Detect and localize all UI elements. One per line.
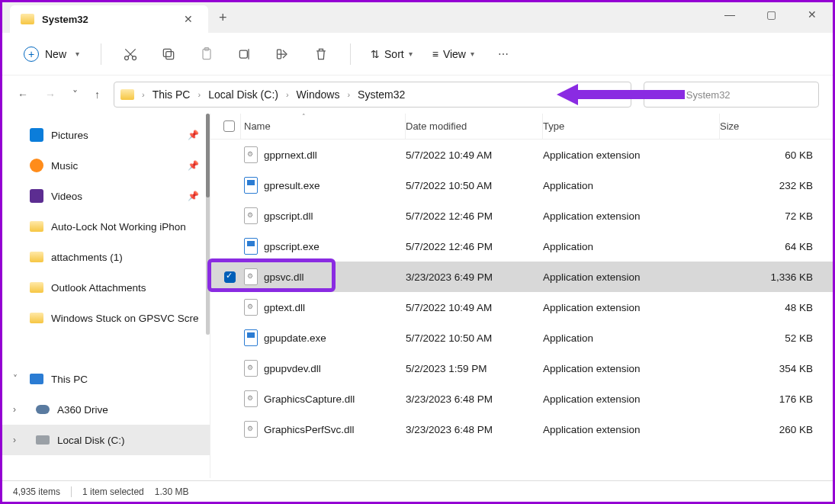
sidebar-item[interactable]: Windows Stuck on GPSVC Scre bbox=[2, 303, 210, 333]
file-row[interactable]: gpupvdev.dll 5/2/2023 1:59 PM Applicatio… bbox=[210, 353, 833, 384]
file-type: Application extension bbox=[543, 210, 720, 222]
column-size[interactable]: Size bbox=[720, 114, 833, 139]
expander-icon[interactable]: ˅ bbox=[13, 374, 18, 384]
file-row[interactable]: gpprnext.dll 5/7/2022 10:49 AM Applicati… bbox=[210, 140, 833, 170]
sort-label: Sort bbox=[384, 48, 404, 60]
file-name: gpsvc.dll bbox=[264, 271, 304, 283]
crumb-windows[interactable]: Windows bbox=[294, 88, 343, 101]
exe-file-icon bbox=[244, 238, 258, 255]
file-row[interactable]: GraphicsCapture.dll 3/23/2023 6:48 PM Ap… bbox=[210, 384, 833, 414]
file-size: 232 KB bbox=[720, 180, 833, 191]
file-row[interactable]: gpsvc.dll 3/23/2023 6:49 PM Application … bbox=[210, 262, 833, 292]
rename-icon[interactable] bbox=[230, 40, 260, 68]
sidebar-item-label: Auto-Lock Not Working iPhon bbox=[51, 221, 186, 233]
paste-icon[interactable] bbox=[191, 40, 222, 68]
file-size: 260 KB bbox=[720, 424, 833, 435]
sidebar-item[interactable]: Outlook Attachments bbox=[2, 272, 210, 303]
sidebar-item-label: Pictures bbox=[51, 130, 88, 141]
file-size: 354 KB bbox=[720, 363, 833, 374]
sidebar-item[interactable]: ›Local Disk (C:) bbox=[2, 425, 210, 455]
file-row[interactable]: gpresult.exe 5/7/2022 10:50 AM Applicati… bbox=[210, 170, 833, 201]
file-name: gpprnext.dll bbox=[264, 149, 317, 161]
file-type: Application extension bbox=[543, 149, 720, 161]
more-icon[interactable]: ⋯ bbox=[488, 40, 519, 68]
file-type: Application extension bbox=[543, 424, 720, 435]
column-type[interactable]: Type bbox=[543, 114, 720, 139]
recent-button[interactable]: ˅ bbox=[71, 87, 79, 102]
file-type: Application extension bbox=[543, 393, 720, 405]
folder-icon bbox=[30, 221, 43, 232]
dll-file-icon bbox=[244, 299, 258, 316]
dll-file-icon bbox=[244, 390, 258, 407]
sidebar-item-label: Outlook Attachments bbox=[51, 282, 146, 294]
divider bbox=[101, 43, 101, 65]
file-row[interactable]: gptext.dll 5/7/2022 10:49 AM Application… bbox=[210, 292, 833, 323]
file-name: gpupdate.exe bbox=[264, 332, 326, 344]
expander-icon[interactable]: › bbox=[13, 435, 16, 445]
view-button[interactable]: ≡ View ▾ bbox=[426, 48, 480, 60]
sidebar-item[interactable]: ›A360 Drive bbox=[2, 394, 210, 425]
row-checkbox[interactable] bbox=[224, 271, 236, 283]
new-tab-button[interactable]: + bbox=[208, 10, 238, 26]
file-date: 5/7/2022 12:46 PM bbox=[406, 241, 543, 252]
file-date: 5/7/2022 10:50 AM bbox=[406, 180, 543, 191]
tab-system32[interactable]: System32 ✕ bbox=[10, 5, 208, 33]
file-name: gpscript.exe bbox=[264, 241, 320, 252]
sidebar-item-label: Music bbox=[51, 160, 78, 172]
sidebar-item[interactable]: ˅This PC bbox=[2, 364, 210, 394]
file-name: GraphicsCapture.dll bbox=[264, 393, 355, 405]
a360-icon bbox=[36, 405, 50, 414]
sidebar-item-label: Local Disk (C:) bbox=[57, 435, 125, 446]
forward-button[interactable]: → bbox=[43, 87, 57, 102]
column-name[interactable]: Name˄ bbox=[241, 114, 406, 139]
maximize-button[interactable]: ▢ bbox=[760, 8, 782, 21]
dll-file-icon bbox=[244, 268, 258, 285]
sort-button[interactable]: ⇅ Sort ▾ bbox=[365, 48, 419, 60]
expander-icon[interactable]: › bbox=[13, 404, 16, 415]
file-row[interactable]: GraphicsPerfSvc.dll 3/23/2023 6:48 PM Ap… bbox=[210, 414, 833, 445]
file-name: gpscript.dll bbox=[264, 210, 313, 222]
sidebar-item[interactable]: Videos📌 bbox=[2, 181, 210, 211]
back-button[interactable]: ← bbox=[16, 87, 30, 102]
file-header: Name˄ Date modified Type Size bbox=[210, 114, 833, 140]
sidebar-item-label: A360 Drive bbox=[57, 404, 108, 416]
file-name: gpupvdev.dll bbox=[264, 363, 321, 374]
dll-file-icon bbox=[244, 360, 258, 377]
file-pane: Name˄ Date modified Type Size gpprnext.d… bbox=[210, 114, 833, 478]
sidebar-scrollbar-thumb[interactable] bbox=[206, 114, 210, 197]
close-button[interactable]: ✕ bbox=[801, 8, 824, 21]
column-date[interactable]: Date modified bbox=[406, 114, 543, 139]
copy-icon[interactable] bbox=[153, 40, 184, 68]
sidebar-item[interactable]: attachments (1) bbox=[2, 242, 210, 272]
select-all-checkbox[interactable] bbox=[223, 120, 235, 132]
status-size: 1.30 MB bbox=[155, 486, 189, 497]
crumb-thispc[interactable]: This PC bbox=[149, 88, 194, 101]
cut-icon[interactable] bbox=[115, 40, 146, 68]
sidebar-item[interactable]: Auto-Lock Not Working iPhon bbox=[2, 211, 210, 242]
file-row[interactable]: gpscript.dll 5/7/2022 12:46 PM Applicati… bbox=[210, 201, 833, 231]
nav-row: ← → ˅ ↑ › This PC › Local Disk (C:) › Wi… bbox=[2, 75, 833, 114]
delete-icon[interactable] bbox=[306, 40, 336, 68]
svg-rect-2 bbox=[166, 51, 174, 59]
file-row[interactable]: gpupdate.exe 5/7/2022 10:50 AM Applicati… bbox=[210, 323, 833, 353]
main: Pictures📌Music📌Videos📌Auto-Lock Not Work… bbox=[2, 114, 833, 478]
chevron-down-icon: ▾ bbox=[75, 50, 79, 58]
sidebar-item[interactable]: Music📌 bbox=[2, 150, 210, 181]
folder-icon bbox=[120, 89, 134, 100]
sidebar-item[interactable]: Pictures📌 bbox=[2, 120, 210, 150]
up-button[interactable]: ↑ bbox=[93, 87, 101, 102]
file-type: Application extension bbox=[543, 271, 720, 283]
file-size: 176 KB bbox=[720, 393, 833, 405]
sidebar: Pictures📌Music📌Videos📌Auto-Lock Not Work… bbox=[2, 114, 210, 478]
breadcrumb[interactable]: › This PC › Local Disk (C:) › Windows › … bbox=[114, 82, 631, 108]
dll-file-icon bbox=[244, 207, 258, 224]
new-button[interactable]: + New ▾ bbox=[16, 42, 87, 66]
crumb-c[interactable]: Local Disk (C:) bbox=[205, 88, 281, 101]
svg-rect-3 bbox=[163, 49, 171, 56]
minimize-button[interactable]: — bbox=[718, 8, 741, 21]
file-row[interactable]: gpscript.exe 5/7/2022 12:46 PM Applicati… bbox=[210, 231, 833, 262]
share-icon[interactable] bbox=[268, 40, 298, 68]
close-tab-icon[interactable]: ✕ bbox=[179, 13, 198, 25]
file-size: 64 KB bbox=[720, 241, 833, 252]
crumb-system32[interactable]: System32 bbox=[355, 88, 408, 101]
